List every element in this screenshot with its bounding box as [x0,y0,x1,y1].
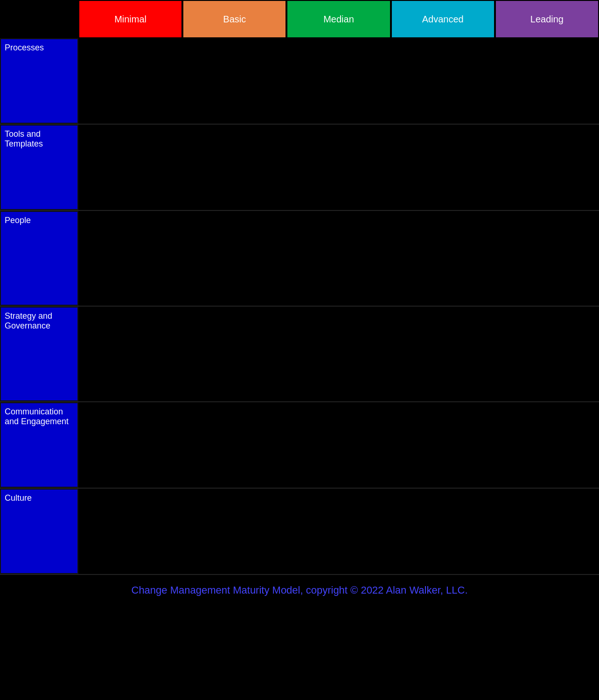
row-content-tools [78,125,599,210]
row-governance: Strategy and Governance [0,307,599,402]
header-leading-label: Leading [530,14,564,25]
row-label-tools: Tools and Templates [0,125,78,210]
row-communication: Communication and Engagement [0,402,599,489]
row-content-culture [78,489,599,574]
row-content-governance [78,307,599,401]
header-median-label: Median [323,14,354,25]
row-processes: Processes [0,38,599,125]
header-basic-label: Basic [223,14,246,25]
row-label-communication: Communication and Engagement [0,402,78,488]
footer: Change Management Maturity Model, copyri… [0,575,599,606]
header-minimal-label: Minimal [114,14,146,25]
row-culture: Culture [0,489,599,575]
row-content-communication [78,402,599,488]
header-minimal: Minimal [78,0,182,38]
row-label-governance: Strategy and Governance [0,307,78,401]
footer-text: Change Management Maturity Model, copyri… [132,584,468,596]
row-people: People [0,211,599,307]
row-content-processes [78,38,599,124]
header-leading: Leading [495,0,599,38]
row-label-culture: Culture [0,489,78,574]
header-advanced-label: Advanced [422,14,464,25]
main-grid: Processes Tools and Templates People Str… [0,38,599,575]
header-median: Median [286,0,390,38]
header-row: Minimal Basic Median Advanced Leading [78,0,599,38]
row-tools: Tools and Templates [0,125,599,211]
row-content-people [78,211,599,306]
row-label-processes: Processes [0,38,78,124]
header-advanced: Advanced [391,0,495,38]
row-label-people: People [0,211,78,306]
header-basic: Basic [182,0,286,38]
